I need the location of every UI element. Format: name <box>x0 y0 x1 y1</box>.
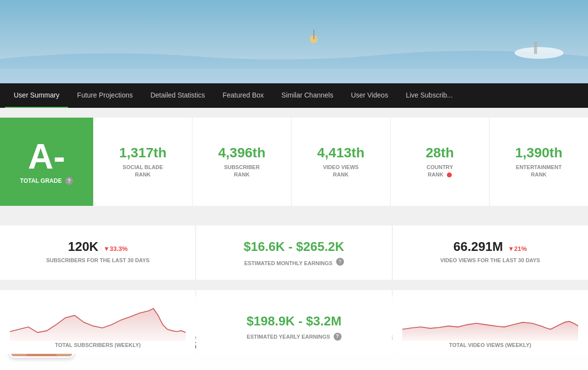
nav-live-subscribers[interactable]: Live Subscrib... <box>397 83 462 108</box>
country-flag-dot <box>447 173 452 177</box>
country-rank-card: 28th COUNTRYRANK <box>390 118 489 206</box>
bg-decoration <box>0 0 588 83</box>
video-views-30-days-card: 66.291M ▼21% VIDEO VIEWS FOR THE LAST 30… <box>392 225 588 280</box>
video-views-30d-change: ▼21% <box>508 245 527 252</box>
video-views-weekly-chart-card: TOTAL VIDEO VIEWS (WEEKLY) <box>392 290 588 354</box>
grade-rank-row: A- TOTAL GRADE ? 1,317th SOCIAL BLADERAN… <box>0 118 588 206</box>
video-views-weekly-label: TOTAL VIDEO VIEWS (WEEKLY) <box>392 342 588 348</box>
video-views-30d-label: VIDEO VIEWS FOR THE LAST 30 DAYS <box>402 257 578 263</box>
grade-box: A- TOTAL GRADE ? <box>0 118 93 206</box>
entertainment-rank-desc: ENTERTAINMENTRANK <box>516 164 562 179</box>
country-rank-value: 28th <box>426 145 454 161</box>
monthly-earnings-value: $16.6K - $265.2K <box>244 239 344 254</box>
stats-cards-row: 120K ▼33.3% SUBSCRIBERS FOR THE LAST 30 … <box>0 225 588 280</box>
yearly-earnings-value: $198.9K - $3.2M <box>246 314 342 329</box>
video-views-weekly-chart <box>402 298 578 342</box>
chart-cards-row: TOTAL SUBSCRIBERS (WEEKLY) $198.9K - $3.… <box>0 290 588 354</box>
navigation-bar: User Summary Future Projections Detailed… <box>0 83 588 108</box>
main-content: A- TOTAL GRADE ? 1,317th SOCIAL BLADERAN… <box>0 108 588 364</box>
entertainment-rank-card: 1,390th ENTERTAINMENTRANK <box>489 118 588 206</box>
subscribers-30d-label: SUBSCRIBERS FOR THE LAST 30 DAYS <box>10 257 186 263</box>
subscribers-weekly-label: TOTAL SUBSCRIBERS (WEEKLY) <box>0 342 196 348</box>
grade-label: TOTAL GRADE ? <box>20 177 73 185</box>
yearly-earnings-help-icon[interactable]: ? <box>334 333 342 341</box>
yearly-earnings-content: $198.9K - $3.2M ESTIMATED YEARLY EARNING… <box>206 298 382 346</box>
row-spacer-1 <box>0 216 588 225</box>
yearly-earnings-label: ESTIMATED YEARLY EARNINGS ? <box>246 333 341 341</box>
entertainment-rank-value: 1,390th <box>515 145 563 161</box>
svg-rect-0 <box>0 0 588 83</box>
subscriber-rank-card: 4,396th SUBSCRIBERRANK <box>192 118 291 206</box>
nav-user-summary[interactable]: User Summary <box>5 83 68 108</box>
video-views-30d-value: 66.291M <box>453 239 503 254</box>
social-blade-rank-desc: SOCIAL BLADERANK <box>122 164 163 179</box>
nav-user-videos[interactable]: User Videos <box>342 83 397 108</box>
subscribers-weekly-chart <box>10 298 186 342</box>
rank-cards: 1,317th SOCIAL BLADERANK 4,396th SUBSCRI… <box>93 118 588 206</box>
nav-featured-box[interactable]: Featured Box <box>214 83 272 108</box>
monthly-earnings-card: $16.6K - $265.2K ESTIMATED MONTHLY EARNI… <box>196 225 392 280</box>
subscribers-weekly-chart-card: TOTAL SUBSCRIBERS (WEEKLY) <box>0 290 196 354</box>
subscribers-30d-change: ▼33.3% <box>103 245 128 252</box>
nav-detailed-statistics[interactable]: Detailed Statistics <box>142 83 214 108</box>
social-blade-rank-card: 1,317th SOCIAL BLADERANK <box>93 118 192 206</box>
video-views-rank-value: 4,413th <box>317 145 365 161</box>
subscriber-rank-value: 4,396th <box>218 145 266 161</box>
nav-similar-channels[interactable]: Similar Channels <box>272 83 342 108</box>
svg-rect-4 <box>313 29 315 39</box>
yearly-earnings-card: $198.9K - $3.2M ESTIMATED YEARLY EARNING… <box>196 290 392 354</box>
nav-future-projections[interactable]: Future Projections <box>68 83 142 108</box>
grade-help-icon[interactable]: ? <box>65 177 73 185</box>
social-blade-rank-value: 1,317th <box>119 145 167 161</box>
row-spacer-2 <box>0 280 588 290</box>
subscribers-30d-value: 120K <box>68 239 98 254</box>
monthly-earnings-help-icon[interactable]: ? <box>336 258 344 266</box>
video-views-rank-card: 4,413th VIDEO VIEWSRANK <box>291 118 390 206</box>
header-background <box>0 0 588 83</box>
video-views-rank-desc: VIDEO VIEWSRANK <box>323 164 359 179</box>
monthly-earnings-label: ESTIMATED MONTHLY EARNINGS <box>244 260 332 266</box>
country-rank-desc: COUNTRYRANK <box>427 164 453 179</box>
grade-letter: A- <box>28 139 65 174</box>
svg-point-1 <box>514 47 564 59</box>
subscriber-rank-desc: SUBSCRIBERRANK <box>224 164 260 179</box>
subscribers-30-days-card: 120K ▼33.3% SUBSCRIBERS FOR THE LAST 30 … <box>0 225 196 280</box>
svg-rect-2 <box>534 42 537 54</box>
